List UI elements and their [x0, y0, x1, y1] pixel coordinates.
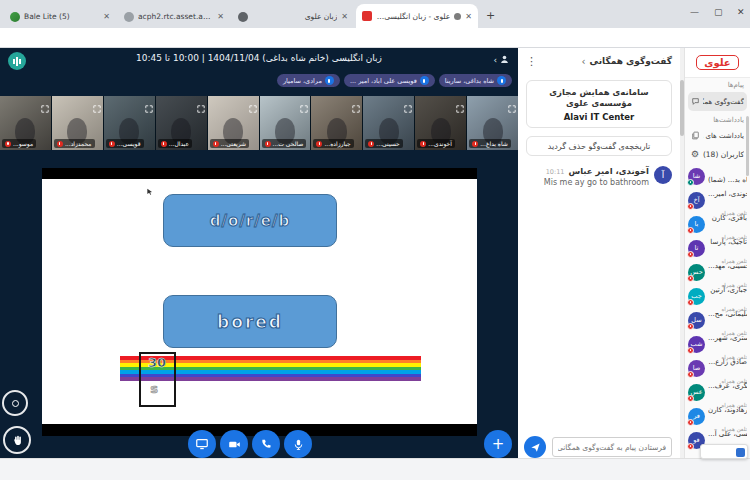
message-input[interactable] [552, 437, 672, 457]
tab-alavi-class-active[interactable]: علوی - زبان انگلیسی (خانم بدا... ✕ [356, 4, 478, 28]
whiteboard[interactable]: d/o/r/e/b bored 30 s [42, 168, 477, 436]
hand-tool-button[interactable] [2, 390, 28, 416]
user-avatar: فر [688, 408, 705, 425]
user-avatar: شب [688, 336, 705, 353]
video-tile[interactable]: قویسی... [104, 96, 155, 150]
user-avatar: تا [688, 240, 705, 257]
globe-favicon-icon [238, 12, 248, 22]
settings-gear-icon[interactable]: ⚙ [691, 149, 699, 159]
sidebar-item-public-chat[interactable]: گفت‌وگوی همگا... [688, 92, 747, 111]
fullscreen-icon[interactable] [352, 98, 360, 117]
brand-header: علوی [685, 48, 750, 78]
fullscreen-icon[interactable] [197, 98, 205, 117]
notes-section-label: یادداشت‌ها [685, 116, 750, 124]
messages-section-label: پیام‌ها [685, 81, 750, 89]
history-deleted-notice: تاریخچه‌ی گفت‌وگو حذف گردید [526, 136, 672, 156]
tab-title: علوی - زبان انگلیسی (خانم بدا... [376, 12, 450, 21]
fullscreen-icon[interactable] [300, 98, 308, 117]
mic-muted-badge-icon [687, 299, 694, 306]
talking-pill[interactable]: قویسی علی اباد، امیر ... [344, 74, 435, 87]
mic-muted-badge-icon [687, 443, 694, 450]
mic-muted-badge-icon [687, 203, 694, 210]
message-text: Mis me ay go to bathroom [526, 178, 649, 187]
screenshare-button[interactable] [188, 430, 216, 458]
message-avatar: آ [654, 166, 672, 184]
send-button[interactable] [524, 436, 546, 458]
meeting-title: زبان انگلیسی (خانم شاه بداغی) 1404/11/04… [0, 53, 518, 63]
fullscreen-icon[interactable] [456, 98, 464, 117]
talking-pill[interactable]: مرادی، سامیار [277, 74, 340, 87]
fullscreen-icon[interactable] [508, 98, 516, 117]
raise-hand-button[interactable] [3, 426, 31, 454]
mic-indicator-icon [497, 76, 506, 85]
mic-muted-icon [265, 141, 271, 147]
welcome-subtext: Alavi IT Center [564, 112, 635, 122]
sidebar-scrollbar-thumb[interactable] [746, 116, 749, 176]
participant-name: جبارزاده... [324, 140, 350, 147]
talking-pill[interactable]: شاه بداغی، سارینا [439, 74, 512, 87]
user-name: باقری، کارن [712, 214, 747, 222]
globe-favicon-icon [124, 12, 134, 22]
chat-menu-icon[interactable]: ⋮ [526, 55, 537, 68]
new-tab-button[interactable]: + [486, 9, 495, 22]
collapse-chevron-icon[interactable]: ‹ [582, 56, 586, 67]
scrambled-word-text: d/o/r/e/b [210, 212, 290, 230]
user-avatar: شا [688, 168, 705, 185]
window-minimize-button[interactable]: — [690, 7, 699, 17]
user-avatar: سل [688, 312, 705, 329]
tab-bale-lite[interactable]: Bale Lite (5) ✕ [4, 5, 116, 28]
participants-toggle-icon[interactable]: ‹ [493, 54, 510, 65]
camera-button[interactable] [220, 430, 248, 458]
fullscreen-icon[interactable] [93, 98, 101, 117]
user-name: فرهادوند، کارن [708, 406, 747, 414]
talking-name: مرادی، سامیار [283, 77, 322, 85]
mic-muted-icon [316, 141, 322, 147]
tab-zaban-alavi[interactable]: زبان علوی ✕ [232, 5, 354, 28]
mic-muted-icon [5, 141, 11, 147]
video-tile[interactable]: آخوندی... [415, 96, 466, 150]
mic-button[interactable] [284, 430, 312, 458]
tab-aparat-asset[interactable]: acph2.rtc.asset.aparat.com/ac... ✕ [118, 5, 230, 28]
user-name: جباری، آرتین [710, 286, 747, 294]
tab-close-icon[interactable]: ✕ [465, 12, 472, 21]
mic-muted-icon [57, 141, 63, 147]
fullscreen-icon[interactable] [404, 98, 412, 117]
sidebar-item-shared-notes[interactable]: یادداشت های هم... [688, 127, 747, 144]
video-tile[interactable]: عبدال... [156, 96, 207, 150]
mic-icon [292, 438, 305, 451]
users-section-header: ⚙ کاربران (18) [688, 147, 747, 161]
video-tile[interactable]: شاه بداغ... [467, 96, 518, 150]
video-tile[interactable]: موسو... [0, 96, 51, 150]
tab-close-icon[interactable]: ✕ [341, 12, 348, 21]
tab-title: زبان علوی [252, 12, 337, 21]
user-avatar: عس [688, 384, 705, 401]
video-tile[interactable]: صالحی ت... [260, 96, 311, 150]
phone-button[interactable] [252, 430, 280, 458]
participant-name: حسینی... [376, 140, 399, 147]
speech-bubble-icon [691, 97, 700, 106]
window-close-button[interactable]: ✕ [737, 7, 745, 17]
tab-close-icon[interactable]: ✕ [103, 12, 110, 21]
video-tile[interactable]: حسینی... [363, 96, 414, 150]
mic-muted-icon [472, 141, 478, 147]
mic-muted-badge-icon [687, 371, 694, 378]
fullscreen-icon[interactable] [249, 98, 257, 117]
mic-muted-badge-icon [687, 275, 694, 282]
mic-indicator-icon [420, 76, 429, 85]
tab-close-icon[interactable]: ✕ [217, 12, 224, 21]
notification-toast[interactable] [700, 444, 748, 459]
actions-plus-button[interactable]: + [484, 430, 512, 458]
video-tile[interactable]: محمدزاد... [52, 96, 103, 150]
mic-muted-icon [161, 141, 167, 147]
video-tile[interactable]: جبارزاده... [311, 96, 362, 150]
fullscreen-icon[interactable] [145, 98, 153, 117]
participant-name: آخوندی... [428, 140, 452, 147]
window-maximize-button[interactable]: ▢ [714, 7, 723, 17]
bale-favicon-icon [10, 12, 20, 22]
fullscreen-icon[interactable] [41, 98, 49, 117]
welcome-text: سامانه‌ی همایش مجازی مؤسسه‌ی علوی [531, 87, 667, 109]
video-tile[interactable]: شریعتی... [208, 96, 259, 150]
participant-name: محمدزاد... [65, 140, 92, 147]
message-author: آخوندی، امیر عباس [568, 166, 649, 176]
chat-header: ⋮ ‹ گفت‌وگوی همگانی [518, 48, 680, 74]
